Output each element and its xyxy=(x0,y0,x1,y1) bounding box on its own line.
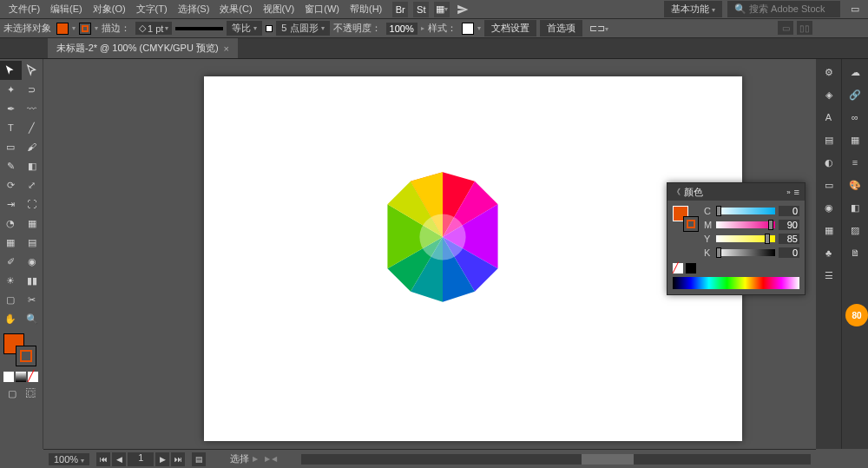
eraser-tool[interactable]: ◧ xyxy=(22,156,43,175)
symbols-panel-icon[interactable]: ♣ xyxy=(819,243,838,262)
menu-select[interactable]: 选择(S) xyxy=(173,0,215,18)
preferences-button[interactable]: 首选项 xyxy=(540,20,582,36)
zoom-level[interactable]: 100% ▾ xyxy=(49,453,89,465)
zoom-tool[interactable]: 🔍 xyxy=(22,309,43,328)
free-transform-tool[interactable]: ⛶ xyxy=(22,194,43,214)
brushes-icon[interactable]: ☰ xyxy=(819,266,838,285)
magic-wand-tool[interactable]: ✦ xyxy=(0,80,22,99)
shaper-tool[interactable]: ✎ xyxy=(0,156,22,175)
panel-toggle-2-icon[interactable]: ▯▯ xyxy=(797,21,812,35)
workspace-switcher[interactable]: 基本功能 ▾ xyxy=(664,1,722,17)
perspective-tool[interactable]: ▦ xyxy=(22,214,43,233)
stroke-swatch[interactable] xyxy=(79,23,91,35)
align-panel-icon[interactable]: ▤ xyxy=(819,130,838,149)
channel-m-value[interactable]: 90 xyxy=(779,220,799,230)
stroke-width-input[interactable]: ◇ 1 pt ▾ xyxy=(135,22,172,35)
menu-effect[interactable]: 效果(C) xyxy=(214,0,257,18)
tab-close-icon[interactable]: × xyxy=(224,43,229,54)
layers-panel-icon[interactable]: ◈ xyxy=(819,85,838,104)
page-number[interactable]: 1 xyxy=(128,452,154,466)
document-info-icon[interactable]: 🗎 xyxy=(845,243,865,262)
align-icon[interactable]: ⊏⊐▾ xyxy=(589,23,608,34)
opacity-value[interactable]: 100% xyxy=(386,23,418,35)
next-page-icon[interactable]: ▶ xyxy=(155,452,169,466)
bridge-icon[interactable]: Br xyxy=(392,2,408,17)
spectrum-bar[interactable] xyxy=(673,277,799,289)
panel-menu-icon[interactable]: ≡ xyxy=(794,187,799,197)
rectangle-tool[interactable]: ▭ xyxy=(0,137,22,156)
menu-view[interactable]: 视图(V) xyxy=(258,0,300,18)
hexagon-shape[interactable] xyxy=(378,163,508,311)
document-tab[interactable]: 未标题-2* @ 100% (CMYK/GPU 预览) × xyxy=(48,38,238,58)
direct-selection-tool[interactable] xyxy=(22,61,43,80)
gradient-panel-icon[interactable]: ◧ xyxy=(845,198,865,217)
black-swatch-icon[interactable] xyxy=(686,263,696,274)
menu-help[interactable]: 帮助(H) xyxy=(345,0,387,18)
curvature-tool[interactable]: 〰 xyxy=(22,99,43,118)
type-tool[interactable]: T xyxy=(0,118,22,137)
first-page-icon[interactable]: ⏮ xyxy=(96,452,110,466)
opacity-caret[interactable]: ▸ xyxy=(421,24,424,32)
none-mode-icon[interactable]: ╱ xyxy=(28,372,38,382)
channel-y-value[interactable]: 85 xyxy=(779,234,799,244)
transparency-panel-icon[interactable]: ▨ xyxy=(845,221,865,240)
stroke-large-swatch[interactable] xyxy=(16,346,36,366)
fill-stroke-indicator[interactable] xyxy=(3,333,36,366)
cc-icon[interactable]: ∞ xyxy=(845,108,865,127)
eyedropper-tool[interactable]: ✐ xyxy=(0,252,22,271)
pen-tool[interactable]: ✒ xyxy=(0,99,22,118)
menu-window[interactable]: 窗口(W) xyxy=(299,0,345,18)
shape-builder-tool[interactable]: ◔ xyxy=(0,214,22,233)
search-stock-input[interactable]: 🔍 搜索 Adobe Stock xyxy=(727,1,840,17)
transform-panel-icon[interactable]: ▭ xyxy=(819,175,838,194)
brush-tool[interactable]: 🖌 xyxy=(22,137,43,156)
rotate-tool[interactable]: ⟳ xyxy=(0,175,22,194)
channel-c-slider[interactable] xyxy=(716,208,775,214)
artboard[interactable] xyxy=(204,76,742,441)
hand-tool[interactable]: ✋ xyxy=(0,309,22,328)
swatches-panel-icon[interactable]: ▦ xyxy=(845,130,865,149)
artboard-tool[interactable]: ▢ xyxy=(0,290,22,309)
color-panel-icon[interactable]: 🎨 xyxy=(845,175,865,194)
slice-tool[interactable]: ✂ xyxy=(22,290,43,309)
fill-swatch[interactable] xyxy=(56,23,69,35)
expand-icon[interactable]: » xyxy=(786,188,790,196)
symbol-sprayer-tool[interactable]: ☀ xyxy=(0,271,22,290)
mesh-tool[interactable]: ▦ xyxy=(0,233,22,252)
width-tool[interactable]: ⇥ xyxy=(0,194,22,214)
stock-icon[interactable]: St xyxy=(413,2,429,17)
panel-toggle-1-icon[interactable]: ▭ xyxy=(778,21,793,35)
status-arrow-icon[interactable]: ▶ ◀ xyxy=(265,455,277,463)
channel-c-value[interactable]: 0 xyxy=(779,206,799,216)
doc-setup-button[interactable]: 文档设置 xyxy=(484,20,536,36)
promo-badge[interactable]: 80 xyxy=(845,304,868,326)
change-screen-icon[interactable]: ⿴ xyxy=(23,386,40,401)
menu-type[interactable]: 文字(T) xyxy=(131,0,173,18)
horizontal-scrollbar[interactable] xyxy=(301,454,811,465)
blend-tool[interactable]: ◉ xyxy=(22,252,43,271)
style-swatch[interactable] xyxy=(462,23,474,35)
color-panel[interactable]: 《 颜色 » ≡ C 0 M 90 xyxy=(667,182,806,295)
color-mode-icon[interactable] xyxy=(3,372,14,382)
menu-file[interactable]: 文件(F) xyxy=(3,0,45,18)
selection-tool[interactable] xyxy=(0,61,22,80)
properties-panel-icon[interactable]: ⚙ xyxy=(819,63,838,82)
scrollbar-thumb[interactable] xyxy=(582,454,634,465)
line-tool[interactable]: ╱ xyxy=(22,118,43,137)
channel-k-slider[interactable] xyxy=(716,249,775,256)
minimize-icon[interactable]: ▭ xyxy=(845,3,865,15)
graphic-styles-icon[interactable]: ▦ xyxy=(819,221,838,240)
none-swatch-icon[interactable]: ╱ xyxy=(673,263,683,274)
last-page-icon[interactable]: ⏭ xyxy=(171,452,185,466)
channel-y-slider[interactable] xyxy=(716,235,775,242)
collapse-icon[interactable]: 《 xyxy=(673,187,681,198)
gradient-tool[interactable]: ▤ xyxy=(22,233,43,252)
graph-tool[interactable]: ▮▮ xyxy=(22,271,43,290)
channel-m-slider[interactable] xyxy=(716,221,775,228)
links-panel-icon[interactable]: 🔗 xyxy=(845,85,865,104)
channel-k-value[interactable]: 0 xyxy=(779,247,799,258)
scale-tool[interactable]: ⤢ xyxy=(22,175,43,194)
scale-mode[interactable]: 等比 ▾ xyxy=(227,21,262,36)
panel-fill-stroke[interactable] xyxy=(673,206,699,232)
libraries-icon[interactable]: ☁ xyxy=(845,63,865,82)
